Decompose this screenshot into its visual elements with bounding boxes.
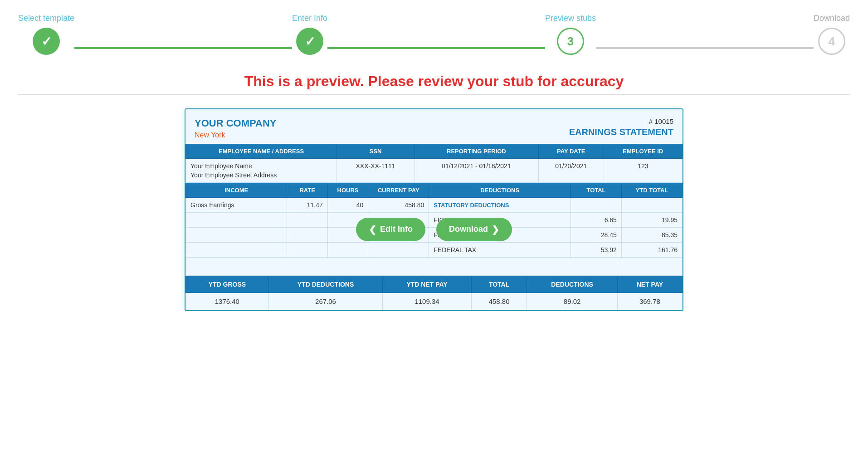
blank-hours-3 <box>327 243 368 258</box>
th-deductions: DEDUCTIONS <box>429 183 571 198</box>
val-deductions: 89.02 <box>527 293 617 310</box>
th-income: INCOME <box>186 183 287 198</box>
employee-name: Your Employee Name <box>190 162 332 170</box>
deduction-item-2-total: 28.45 <box>571 228 622 243</box>
stub-header: YOUR COMPANY New York # 10015 EARNINGS S… <box>185 109 683 144</box>
company-location: New York <box>195 131 277 139</box>
step-line-3-4 <box>596 47 814 49</box>
employee-pay-date: 01/20/2021 <box>538 159 604 183</box>
statutory-deductions-label: STATUTORY DEDUCTIONS <box>434 202 509 209</box>
deduction-item-3-label: FEDERAL TAX <box>429 243 571 258</box>
income-area: INCOME RATE HOURS CURRENT PAY DEDUCTIONS… <box>185 183 683 276</box>
chevron-right-icon: ❯ <box>492 224 499 235</box>
preview-heading: This is a preview. Please review your st… <box>0 64 868 94</box>
th-pay-date: PAY DATE <box>538 144 604 159</box>
income-row-1: Gross Earnings 11.47 40 458.80 STATUTORY… <box>186 198 683 213</box>
step-2-label: Enter Info <box>292 14 327 23</box>
val-total: 458.80 <box>471 293 527 310</box>
th-net-pay: NET PAY <box>617 276 682 293</box>
stub-number: # 10015 <box>569 117 673 125</box>
th-employee: EMPLOYEE NAME / ADDRESS <box>186 144 337 159</box>
download-label: Download <box>449 224 488 234</box>
deduction-item-2-ytd: 85.35 <box>621 228 682 243</box>
val-net-pay: 369.78 <box>617 293 682 310</box>
step-3-label: Preview stubs <box>545 14 596 23</box>
edit-info-button[interactable]: ❮ Edit Info <box>356 218 425 241</box>
val-ytd-net-pay: 1109.34 <box>383 293 471 310</box>
deduction-item-1-ytd: 19.95 <box>621 213 682 228</box>
chevron-left-icon: ❮ <box>369 224 376 235</box>
company-name: YOUR COMPANY <box>195 117 277 129</box>
th-reporting-period: REPORTING PERIOD <box>414 144 538 159</box>
download-button[interactable]: Download ❯ <box>436 218 512 241</box>
employee-info-row: Your Employee Name Your Employee Street … <box>186 159 683 183</box>
step-2: Enter Info ✓ <box>292 14 327 55</box>
spacer-cell <box>186 258 683 276</box>
th-ytd-total: YTD TOTAL <box>621 183 682 198</box>
employee-name-address-cell: Your Employee Name Your Employee Street … <box>186 159 337 183</box>
blank-rate-1 <box>287 213 327 228</box>
val-ytd-deductions: 267.06 <box>268 293 383 310</box>
th-employee-id: EMPLOYEE ID <box>604 144 682 159</box>
employee-address: Your Employee Street Address <box>190 171 332 179</box>
income-label: Gross Earnings <box>186 198 287 213</box>
val-ytd-gross: 1376.40 <box>186 293 269 310</box>
employee-info-table: EMPLOYEE NAME / ADDRESS SSN REPORTING PE… <box>185 144 683 183</box>
stub-container: REAL CHECK STUBS REAL CHECK STUBS REAL C… <box>185 108 683 311</box>
blank-rate-3 <box>287 243 327 258</box>
employee-ssn: XXX-XX-1111 <box>337 159 414 183</box>
employee-id: 123 <box>604 159 682 183</box>
th-current-pay: CURRENT PAY <box>368 183 429 198</box>
blank-income-2 <box>186 228 287 243</box>
th-hours: HOURS <box>327 183 368 198</box>
deduction-item-1-total: 6.65 <box>571 213 622 228</box>
step-4-label: Download <box>814 14 850 23</box>
income-current-pay: 458.80 <box>368 198 429 213</box>
step-line-2-3 <box>327 47 545 49</box>
deduction-ytd-blank <box>621 198 682 213</box>
totals-header-table: YTD GROSS YTD DEDUCTIONS YTD NET PAY TOT… <box>185 276 683 310</box>
deduction-row-3: FEDERAL TAX 53.92 161.76 <box>186 243 683 258</box>
deductions-header-cell: STATUTORY DEDUCTIONS <box>429 198 571 213</box>
totals-values-row: 1376.40 267.06 1109.34 458.80 89.02 369.… <box>186 293 683 310</box>
step-1: Select template ✓ <box>18 14 74 55</box>
employee-reporting-period: 01/12/2021 - 01/18/2021 <box>414 159 538 183</box>
step-1-label: Select template <box>18 14 74 23</box>
th-totals-deductions: DEDUCTIONS <box>527 276 617 293</box>
step-1-circle: ✓ <box>33 28 60 55</box>
company-info: YOUR COMPANY New York <box>195 117 277 139</box>
blank-income-1 <box>186 213 287 228</box>
step-3: Preview stubs 3 <box>545 14 596 55</box>
edit-info-label: Edit Info <box>380 224 413 234</box>
blank-pay-3 <box>368 243 429 258</box>
th-total: TOTAL <box>571 183 622 198</box>
blank-rate-2 <box>287 228 327 243</box>
steps-row: Select template ✓ Enter Info ✓ Preview s… <box>18 14 850 55</box>
action-buttons: ❮ Edit Info Download ❯ <box>356 218 512 241</box>
spacer-row <box>186 258 683 276</box>
th-ytd-deductions: YTD DEDUCTIONS <box>268 276 383 293</box>
earnings-statement: EARNINGS STATEMENT <box>569 127 673 137</box>
step-2-circle: ✓ <box>296 28 323 55</box>
blank-income-3 <box>186 243 287 258</box>
deduction-item-3-total: 53.92 <box>571 243 622 258</box>
step-4-circle: 4 <box>818 28 845 55</box>
progress-section: Select template ✓ Enter Info ✓ Preview s… <box>0 0 868 64</box>
income-rate: 11.47 <box>287 198 327 213</box>
step-line-1-2 <box>74 47 292 49</box>
th-totals-total: TOTAL <box>471 276 527 293</box>
th-rate: RATE <box>287 183 327 198</box>
th-ssn: SSN <box>337 144 414 159</box>
deduction-item-3-ytd: 161.76 <box>621 243 682 258</box>
th-ytd-gross: YTD GROSS <box>186 276 269 293</box>
stub-header-right: # 10015 EARNINGS STATEMENT <box>569 117 673 137</box>
step-4: Download 4 <box>814 14 850 55</box>
step-3-circle: 3 <box>557 28 584 55</box>
income-hours: 40 <box>327 198 368 213</box>
th-ytd-net-pay: YTD NET PAY <box>383 276 471 293</box>
deduction-total-blank <box>571 198 622 213</box>
divider <box>18 94 850 95</box>
